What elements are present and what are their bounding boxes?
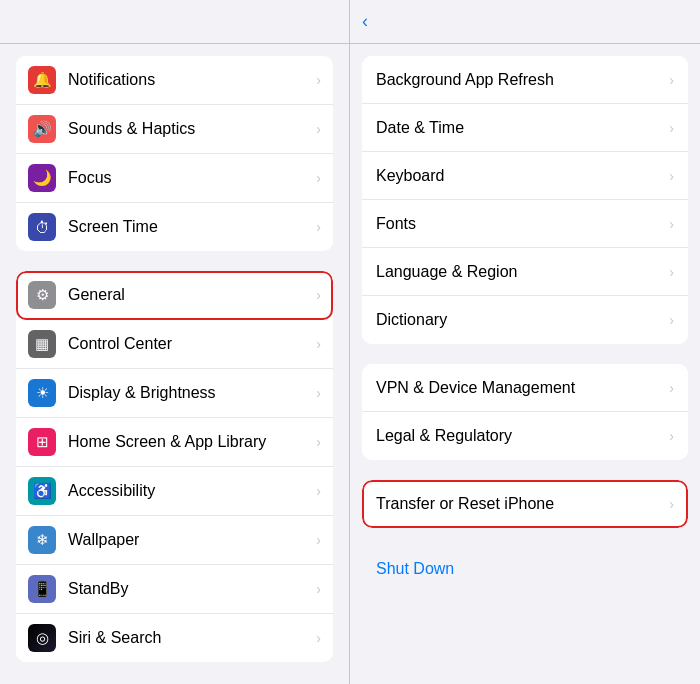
standby-chevron-icon: ›: [316, 581, 321, 597]
home-screen-chevron-icon: ›: [316, 434, 321, 450]
vpn-label: VPN & Device Management: [376, 379, 665, 397]
siri-label: Siri & Search: [68, 629, 312, 647]
app-container: 🔔Notifications›🔊Sounds & Haptics›🌙Focus›…: [0, 0, 700, 684]
siri-icon: ◎: [28, 624, 56, 652]
focus-icon: 🌙: [28, 164, 56, 192]
wallpaper-icon: ❄: [28, 526, 56, 554]
left-item-standby[interactable]: 📱StandBy›: [16, 565, 333, 614]
keyboard-chevron-icon: ›: [669, 168, 674, 184]
left-item-notifications[interactable]: 🔔Notifications›: [16, 56, 333, 105]
screen-time-icon: ⏱: [28, 213, 56, 241]
standby-label: StandBy: [68, 580, 312, 598]
siri-chevron-icon: ›: [316, 630, 321, 646]
sounds-icon: 🔊: [28, 115, 56, 143]
vpn-chevron-icon: ›: [669, 380, 674, 396]
left-item-wallpaper[interactable]: ❄Wallpaper›: [16, 516, 333, 565]
left-section-0: 🔔Notifications›🔊Sounds & Haptics›🌙Focus›…: [16, 56, 333, 251]
background-refresh-label: Background App Refresh: [376, 71, 665, 89]
accessibility-label: Accessibility: [68, 482, 312, 500]
sounds-chevron-icon: ›: [316, 121, 321, 137]
right-item-date-time[interactable]: Date & Time›: [362, 104, 688, 152]
screen-time-label: Screen Time: [68, 218, 312, 236]
right-item-transfer-reset[interactable]: Transfer or Reset iPhone›: [362, 480, 688, 528]
notifications-label: Notifications: [68, 71, 312, 89]
general-chevron-icon: ›: [316, 287, 321, 303]
display-label: Display & Brightness: [68, 384, 312, 402]
notifications-icon: 🔔: [28, 66, 56, 94]
left-item-sounds[interactable]: 🔊Sounds & Haptics›: [16, 105, 333, 154]
keyboard-label: Keyboard: [376, 167, 665, 185]
language-region-label: Language & Region: [376, 263, 665, 281]
right-section-1: VPN & Device Management›Legal & Regulato…: [362, 364, 688, 460]
focus-chevron-icon: ›: [316, 170, 321, 186]
notifications-chevron-icon: ›: [316, 72, 321, 88]
left-item-accessibility[interactable]: ♿Accessibility›: [16, 467, 333, 516]
left-item-focus[interactable]: 🌙Focus›: [16, 154, 333, 203]
right-header: ‹: [350, 0, 700, 44]
accessibility-icon: ♿: [28, 477, 56, 505]
right-item-background-refresh[interactable]: Background App Refresh›: [362, 56, 688, 104]
right-section-0: Background App Refresh›Date & Time›Keybo…: [362, 56, 688, 344]
shutdown-button[interactable]: Shut Down: [362, 548, 688, 590]
display-icon: ☀: [28, 379, 56, 407]
left-item-control-center[interactable]: ▦Control Center›: [16, 320, 333, 369]
left-item-siri[interactable]: ◎Siri & Search›: [16, 614, 333, 662]
fonts-label: Fonts: [376, 215, 665, 233]
fonts-chevron-icon: ›: [669, 216, 674, 232]
dictionary-chevron-icon: ›: [669, 312, 674, 328]
control-center-chevron-icon: ›: [316, 336, 321, 352]
right-item-dictionary[interactable]: Dictionary›: [362, 296, 688, 344]
date-time-label: Date & Time: [376, 119, 665, 137]
focus-label: Focus: [68, 169, 312, 187]
background-refresh-chevron-icon: ›: [669, 72, 674, 88]
general-icon: ⚙: [28, 281, 56, 309]
standby-icon: 📱: [28, 575, 56, 603]
right-panel: ‹ Background App Refresh›Date & Time›Key…: [350, 0, 700, 684]
general-label: General: [68, 286, 312, 304]
display-chevron-icon: ›: [316, 385, 321, 401]
wallpaper-chevron-icon: ›: [316, 532, 321, 548]
right-item-legal[interactable]: Legal & Regulatory›: [362, 412, 688, 460]
dictionary-label: Dictionary: [376, 311, 665, 329]
left-list: 🔔Notifications›🔊Sounds & Haptics›🌙Focus›…: [0, 44, 349, 684]
language-region-chevron-icon: ›: [669, 264, 674, 280]
date-time-chevron-icon: ›: [669, 120, 674, 136]
wallpaper-label: Wallpaper: [68, 531, 312, 549]
right-item-vpn[interactable]: VPN & Device Management›: [362, 364, 688, 412]
home-screen-label: Home Screen & App Library: [68, 433, 312, 451]
transfer-reset-label: Transfer or Reset iPhone: [376, 495, 665, 513]
right-section-2: Transfer or Reset iPhone›: [362, 480, 688, 528]
legal-label: Legal & Regulatory: [376, 427, 665, 445]
left-item-home-screen[interactable]: ⊞Home Screen & App Library›: [16, 418, 333, 467]
back-chevron-icon: ‹: [362, 11, 368, 32]
accessibility-chevron-icon: ›: [316, 483, 321, 499]
left-item-screen-time[interactable]: ⏱Screen Time›: [16, 203, 333, 251]
right-item-fonts[interactable]: Fonts›: [362, 200, 688, 248]
left-panel: 🔔Notifications›🔊Sounds & Haptics›🌙Focus›…: [0, 0, 350, 684]
left-header: [0, 0, 349, 44]
sounds-label: Sounds & Haptics: [68, 120, 312, 138]
left-item-general[interactable]: ⚙General›: [16, 271, 333, 320]
transfer-reset-chevron-icon: ›: [669, 496, 674, 512]
control-center-label: Control Center: [68, 335, 312, 353]
right-item-language-region[interactable]: Language & Region›: [362, 248, 688, 296]
left-section-1: ⚙General›▦Control Center›☀Display & Brig…: [16, 271, 333, 662]
screen-time-chevron-icon: ›: [316, 219, 321, 235]
right-list: Background App Refresh›Date & Time›Keybo…: [350, 44, 700, 684]
control-center-icon: ▦: [28, 330, 56, 358]
home-screen-icon: ⊞: [28, 428, 56, 456]
right-item-keyboard[interactable]: Keyboard›: [362, 152, 688, 200]
left-item-display[interactable]: ☀Display & Brightness›: [16, 369, 333, 418]
shutdown-section: Shut Down: [362, 548, 688, 590]
legal-chevron-icon: ›: [669, 428, 674, 444]
